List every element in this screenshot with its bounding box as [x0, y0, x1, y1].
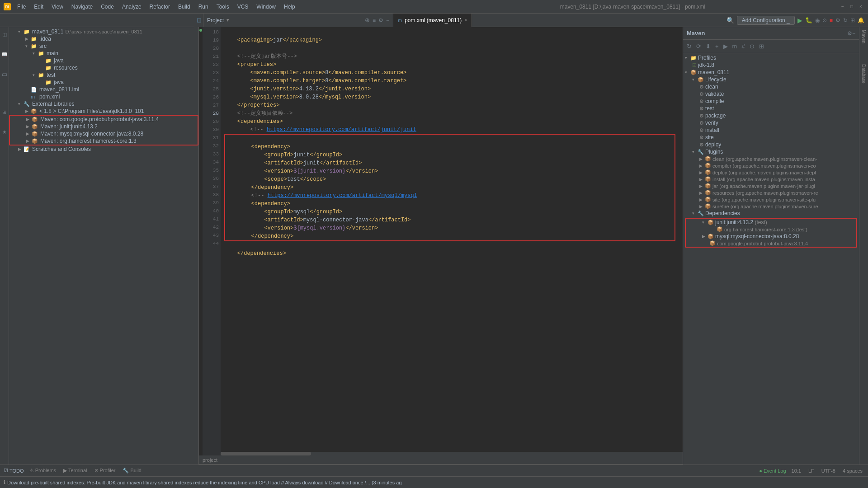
maven-run-icon[interactable]: ▶: [722, 42, 730, 51]
maven-dep-hamcrest[interactable]: 📦 org.hamcrest:hamcrest-core:1.3 (test): [686, 226, 856, 233]
maven-lifecycle-site[interactable]: ⚙ site: [683, 134, 859, 141]
menu-run[interactable]: Run: [195, 3, 212, 11]
maven-reload-icon[interactable]: ⟳: [694, 42, 703, 51]
minimize-button[interactable]: −: [839, 3, 846, 10]
maven-lifecycle-install[interactable]: ⚙ install: [683, 127, 859, 134]
menu-refactor[interactable]: Refactor: [146, 3, 174, 11]
maven-dep-protobuf[interactable]: 📦 com.google.protobuf:protobuf-java:3.11…: [686, 240, 856, 247]
more-actions-icon[interactable]: ⚙: [835, 17, 840, 23]
event-log-button[interactable]: ● Event Log: [759, 468, 786, 474]
maven-lifecycle-package[interactable]: ⚙ package: [683, 112, 859, 119]
maven-m-icon[interactable]: m: [731, 42, 739, 51]
maven-lifecycle-compile[interactable]: ⚙ compile: [683, 98, 859, 105]
maven-lifecycle-deploy[interactable]: ⚙ deploy: [683, 141, 859, 148]
tree-mysql[interactable]: ▶ 📦 Maven: mysql:mysql-connector-java:8.…: [10, 130, 198, 137]
maven-lifecycle-test[interactable]: ⚙ test: [683, 105, 859, 112]
tree-main[interactable]: ▾ 📁 main: [9, 50, 198, 57]
close-panel-icon[interactable]: −: [386, 17, 389, 23]
locate-icon[interactable]: ⊕: [365, 17, 370, 23]
maven-lifecycle-header[interactable]: ▾ 📦 Lifecycle: [683, 76, 859, 83]
profiler-button[interactable]: ⊙ Profiler: [93, 468, 118, 474]
maven-plugin-deploy[interactable]: ▶ 📦 deploy (org.apache.maven.plugins:mav…: [683, 169, 859, 176]
tab-close-icon[interactable]: ×: [464, 18, 467, 23]
menu-window[interactable]: Window: [253, 3, 279, 11]
maven-plugin-jar[interactable]: ▶ 📦 jar (org.apache.maven.plugins:maven-…: [683, 183, 859, 189]
tree-junit[interactable]: ▶ 📦 Maven: junit:junit:4.13.2: [10, 123, 198, 130]
notification-icon[interactable]: 🔔: [858, 17, 864, 23]
tree-src[interactable]: ▾ 📁 src: [9, 42, 198, 50]
add-configuration-button[interactable]: Add Configuration _: [737, 16, 795, 25]
menu-tools[interactable]: Tools: [213, 3, 233, 11]
maven-cycle-icon[interactable]: ⊙: [748, 42, 756, 51]
coverage-icon[interactable]: ◉: [815, 17, 820, 23]
collapse-all-icon[interactable]: ≡: [373, 17, 376, 23]
indent-indicator[interactable]: 4 spaces: [841, 468, 864, 474]
search-everywhere-icon[interactable]: 🔍: [726, 17, 734, 24]
tree-pom[interactable]: m pom.xml: [9, 93, 198, 100]
run-icon[interactable]: ▶: [797, 17, 802, 24]
menu-navigate[interactable]: Navigate: [68, 3, 96, 11]
profile-icon[interactable]: ⊙: [822, 17, 827, 23]
settings-icon[interactable]: ⚙: [378, 17, 383, 23]
maven-plugin-compiler[interactable]: ▶ 📦 compiler (org.apache.maven.plugins:m…: [683, 162, 859, 169]
tree-test-java[interactable]: 📁 java: [9, 79, 198, 86]
tree-root[interactable]: ▾ 📁 maven_0811 D:\java-maven-space\maven…: [9, 28, 198, 35]
menu-help[interactable]: Help: [280, 3, 299, 11]
maven-add-icon[interactable]: +: [713, 42, 721, 51]
git-icon[interactable]: ⊞: [850, 17, 855, 23]
maven-plugins-header[interactable]: ▾ 🔧 Plugins: [683, 148, 859, 155]
build-button[interactable]: 🔧 Build: [121, 468, 143, 474]
menu-build[interactable]: Build: [175, 3, 194, 11]
maximize-button[interactable]: □: [848, 3, 855, 10]
menu-edit[interactable]: Edit: [30, 3, 47, 11]
learn-icon[interactable]: 📖: [1, 51, 8, 58]
favorites-icon[interactable]: ★: [1, 128, 8, 136]
maven-plugin-site[interactable]: ▶ 📦 site (org.apache.maven.plugins:maven…: [683, 196, 859, 203]
tree-scratches[interactable]: ▶ 📝 Scratches and Consoles: [9, 145, 198, 153]
maven-dependencies-header[interactable]: ▾ 🔧 Dependencies: [683, 210, 859, 217]
editor-tab-pom[interactable]: m pom.xml (maven_0811) ×: [393, 14, 472, 27]
tree-main-java[interactable]: 📁 java: [9, 57, 198, 64]
tree-protobuf[interactable]: ▶ 📦 Maven: com.google.protobuf:protobuf-…: [10, 116, 198, 123]
maven-settings-icon[interactable]: ⚙: [847, 30, 852, 37]
maven-project-root[interactable]: ▾ 📦 maven_0811: [683, 69, 859, 76]
tree-hamcrest[interactable]: ▶ 📦 Maven: org.hamcrest:hamcrest-core:1.…: [10, 137, 198, 145]
tree-test[interactable]: ▾ 📁 test: [9, 71, 198, 79]
maven-profiles-header[interactable]: ▾ 📁 Profiles: [683, 54, 859, 61]
maven-filter-icon[interactable]: ⊞: [757, 42, 766, 51]
maven-dep-junit[interactable]: ▾ 📦 junit:junit:4.13.2 (test): [686, 219, 856, 226]
maven-vertical-tab[interactable]: Maven: [860, 29, 867, 44]
menu-view[interactable]: View: [48, 3, 67, 11]
maven-plugin-resources[interactable]: ▶ 📦 resources (org.apache.maven.plugins:…: [683, 189, 859, 196]
problems-button[interactable]: ⚠ Problems: [28, 468, 58, 474]
position-indicator[interactable]: 10:1: [790, 468, 803, 474]
maven-lifecycle-validate[interactable]: ⚙ validate: [683, 90, 859, 98]
stop-icon[interactable]: ■: [830, 17, 833, 23]
maven-lifecycle-verify[interactable]: ⚙ verify: [683, 119, 859, 127]
menu-vcs[interactable]: VCS: [234, 3, 252, 11]
menu-code[interactable]: Code: [97, 3, 118, 11]
line-ending-indicator[interactable]: LF: [807, 468, 816, 474]
maven-close-icon[interactable]: −: [852, 30, 855, 37]
maven-plugin-surefire[interactable]: ▶ 📦 surefire (org.apache.maven.plugins:m…: [683, 203, 859, 210]
menu-file[interactable]: File: [14, 3, 29, 11]
close-button[interactable]: ×: [857, 3, 864, 10]
terminal-button[interactable]: ▶ Terminal: [61, 468, 89, 474]
project-icon[interactable]: ◫: [1, 31, 8, 38]
tree-jdk[interactable]: ▶ 📦 < 1.8 > C:\Program Files\Java\jdk1.8…: [9, 108, 198, 115]
tree-iml[interactable]: 📄 maven_0811.iml: [9, 86, 198, 93]
menu-analyze[interactable]: Analyze: [118, 3, 145, 11]
maven-plugin-install[interactable]: ▶ 📦 install (org.apache.maven.plugins:ma…: [683, 176, 859, 183]
update-icon[interactable]: ↻: [843, 17, 848, 23]
tree-resources[interactable]: 📁 resources: [9, 64, 198, 71]
debug-icon[interactable]: 🐛: [805, 17, 812, 23]
encoding-indicator[interactable]: UTF-8: [820, 468, 837, 474]
maven-refresh-icon[interactable]: ↻: [685, 42, 693, 51]
maven-plugin-clean[interactable]: ▶ 📦 clean (org.apache.maven.plugins:mave…: [683, 155, 859, 162]
maven-dep-mysql[interactable]: ▶ 📦 mysql:mysql-connector-java:8.0.28: [686, 233, 856, 240]
maven-lifecycle-clean[interactable]: ⚙ clean: [683, 83, 859, 90]
todo-button[interactable]: ☑ TODO: [4, 468, 24, 474]
tree-ext-libs[interactable]: ▾ 🔧 External Libraries: [9, 100, 198, 108]
structure-icon[interactable]: ⊞: [1, 108, 8, 116]
maven-download-icon[interactable]: ⬇: [704, 42, 712, 51]
